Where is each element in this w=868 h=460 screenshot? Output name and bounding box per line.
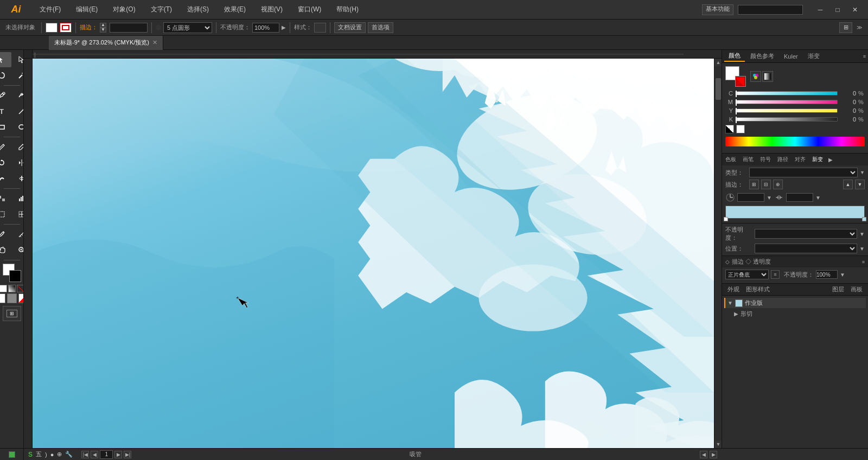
type-collapse[interactable]: ▼ [860,170,865,175]
curvature-tool[interactable] [12,88,24,103]
menu-edit[interactable]: 编辑(E) [73,3,101,16]
menu-object[interactable]: 对象(O) [110,3,138,16]
tab-appearance[interactable]: 外观 [724,285,743,293]
blend-tool2[interactable] [0,191,11,206]
nav-last-btn[interactable]: ▶| [124,451,131,458]
layer-expand-icon[interactable]: ▼ [727,300,733,306]
preferences-button[interactable]: 首选项 [368,22,393,33]
stroke-section-arrow[interactable]: ◇ [725,259,730,265]
scroll-down-button[interactable]: ▼ [714,440,722,448]
vertical-scrollbar[interactable]: ▲ ▼ [714,59,722,448]
sublayer-expand-icon[interactable]: ▶ [734,311,738,317]
menu-effect[interactable]: 效果(E) [221,3,249,16]
rotate-tool2[interactable] [0,155,11,170]
fill-mode-button[interactable]: ⊞ [3,306,21,321]
gradient-pos-input[interactable] [786,193,813,202]
stroke-down-btn[interactable]: ▼ [100,28,106,33]
menu-type[interactable]: 文字(T) [148,3,175,16]
tab-kuler[interactable]: Kuler [780,52,802,61]
stroke-color-swatch[interactable] [9,270,21,282]
pencil-tool2[interactable] [12,139,24,155]
pen-tool[interactable] [0,88,11,103]
tab-align[interactable]: 对齐 [792,155,809,164]
search-input[interactable] [738,5,803,15]
cmyk-icon[interactable] [750,71,761,82]
paintbrush-tool[interactable] [0,139,11,155]
bg-color-preview[interactable] [735,76,746,87]
white-swatch[interactable] [0,293,5,303]
opacity-select[interactable] [755,229,857,239]
gradient-icon[interactable] [8,285,16,292]
gray-swatch[interactable] [7,293,17,303]
pos-arrow[interactable]: ▼ [815,195,821,201]
gradient-swatch[interactable] [18,293,24,303]
gradient-stop-left[interactable] [724,217,728,221]
layer-item-1[interactable]: ▼ 作业版 [724,298,866,308]
tab-brushes[interactable]: 画笔 [739,155,757,164]
menu-view[interactable]: 视图(V) [258,3,286,16]
color-spectrum[interactable] [725,137,865,146]
toolbar-more-icon[interactable]: ≫ [854,22,865,33]
selection-tool[interactable] [0,52,11,67]
m-slider[interactable] [735,100,838,104]
style-swatch[interactable] [314,23,326,33]
rectangle-tool[interactable] [0,119,11,135]
tab-color[interactable]: 颜色 [724,50,745,62]
section-more-arrow[interactable]: ▶ [826,157,835,163]
nav-prev-btn[interactable]: ◀ [91,451,98,458]
nav-arrow-left[interactable]: ◀ [700,451,707,458]
measure-tool[interactable] [12,227,24,242]
warning-swatch[interactable] [725,125,734,133]
tab-artboard-bottom[interactable]: 画板 [847,285,866,293]
expand-icon[interactable] [9,451,15,458]
tab-close-button[interactable]: ✕ [152,39,157,46]
menu-select[interactable]: 选择(S) [184,3,212,16]
arrangement-icon[interactable]: ⊞ [839,22,852,33]
stroke-ap-icon3[interactable]: ⊕ [773,180,783,189]
solid-icon[interactable] [0,285,7,292]
scroll-thumb[interactable] [716,78,721,100]
scroll-up-button[interactable]: ▲ [714,59,722,66]
stroke-value-input[interactable] [110,23,148,33]
stroke-section-collapse[interactable]: ≡ [862,259,865,265]
menu-window[interactable]: 窗口(W) [295,3,324,16]
gradient-preview-bar[interactable] [725,206,865,219]
stroke-ap-icon2[interactable]: ⊟ [761,180,771,189]
c-slider[interactable] [735,91,838,95]
chart-tool[interactable] [12,191,24,206]
tab-swatches[interactable]: 色板 [722,155,739,164]
none-icon[interactable] [17,285,24,292]
panel-collapse-btn[interactable]: ≡ [863,54,866,59]
direct-selection-tool[interactable] [12,52,24,67]
canvas-area[interactable] [33,59,714,448]
blend-opacity-arrow[interactable]: ▼ [840,272,845,278]
position-select[interactable] [755,244,857,253]
ellipse-tool[interactable] [12,119,24,135]
doc-settings-button[interactable]: 文档设置 [334,22,366,33]
nav-next-btn[interactable]: ▶ [114,451,122,458]
warp-tool2[interactable] [0,171,11,186]
menu-help[interactable]: 帮助(H) [333,3,362,16]
y-slider[interactable] [735,108,838,113]
menu-file[interactable]: 文件(F) [36,3,64,16]
artboard-tool[interactable] [0,207,11,222]
brush-select[interactable]: 5 点圆形 [163,22,212,33]
k-slider[interactable] [735,117,838,122]
opacity-arrow[interactable]: ▼ [859,231,865,237]
page-input[interactable] [100,450,113,459]
tab-path[interactable]: 路径 [774,155,792,164]
document-tab[interactable]: 未标题-9* @ 273.02% (CMYK/预览) ✕ [49,36,163,50]
width-tool[interactable] [12,171,24,186]
scroll-track[interactable] [714,66,722,440]
layer-item-2[interactable]: ▶ 形切 [724,309,866,319]
slice-tool[interactable] [12,207,24,222]
restore-button[interactable]: □ [829,3,846,17]
gradient-angle-input[interactable] [737,193,764,202]
tab-symbols[interactable]: 符号 [757,155,774,164]
workspace-selector[interactable]: 基本功能 [702,4,733,15]
tab-transform[interactable]: 新变 [809,155,826,164]
stroke-ap-arrow2[interactable]: ▼ [855,180,865,189]
line-segment-tool[interactable] [12,104,24,119]
tab-gradient[interactable]: 渐变 [803,51,824,61]
tab-color-ref[interactable]: 颜色参考 [746,51,778,61]
